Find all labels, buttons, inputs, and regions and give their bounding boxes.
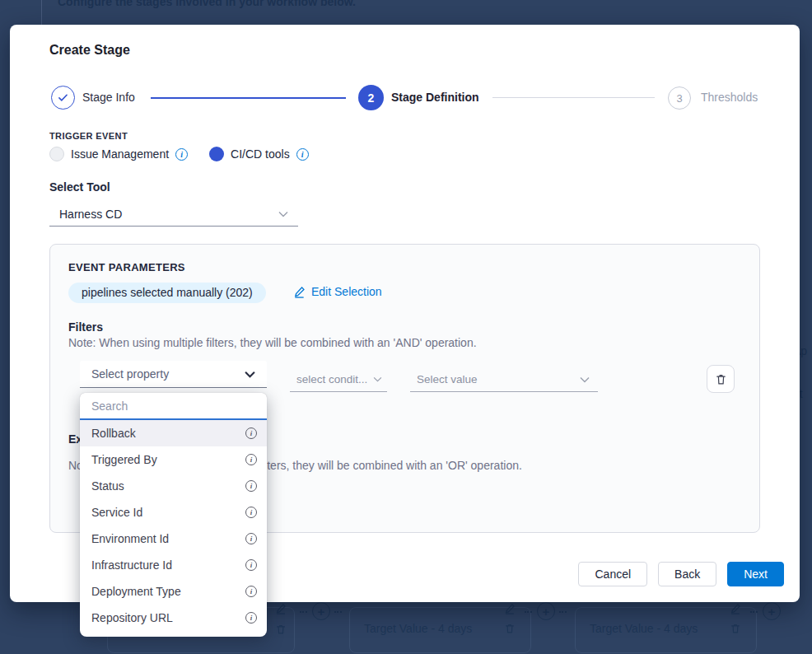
delete-icon (504, 623, 516, 638)
info-icon[interactable]: i (245, 586, 257, 597)
condition-select-placeholder: select condit... (290, 373, 373, 385)
edit-icon (275, 603, 287, 618)
wizard-stepper: Stage Info 2 Stage Definition 3 Threshol… (10, 85, 800, 111)
step-label-stage-definition: Stage Definition (391, 91, 479, 104)
info-icon[interactable]: i (296, 148, 309, 161)
event-parameters-heading: EVENT PARAMETERS (68, 261, 185, 273)
step-number-upcoming[interactable]: 3 (668, 86, 691, 110)
filters-heading: Filters (68, 320, 103, 334)
step-complete-icon[interactable] (51, 86, 75, 110)
info-icon[interactable]: i (175, 148, 188, 161)
dialog-title: Create Stage (49, 43, 130, 58)
dropdown-item-environment-id[interactable]: Environment Id i (80, 526, 267, 552)
chevron-down-icon (373, 376, 382, 382)
trash-icon (715, 373, 727, 385)
info-icon[interactable]: i (245, 427, 257, 439)
chevron-down-icon (278, 211, 288, 217)
chevron-down-icon (245, 371, 255, 378)
connector-dash (525, 611, 532, 613)
select-tool-label: Select Tool (49, 180, 110, 194)
trigger-event-label: TRIGGER EVENT (49, 131, 128, 141)
edit-selection-label: Edit Selection (311, 285, 382, 298)
delete-icon (730, 623, 741, 638)
value-select[interactable]: Select value (410, 367, 598, 392)
info-icon[interactable]: i (245, 480, 257, 492)
dropdown-item-repository-url[interactable]: Repository URL i (80, 605, 267, 631)
property-select[interactable]: Select property (80, 361, 267, 388)
property-select-placeholder: Select property (80, 367, 245, 381)
tool-select-value: Harness CD (49, 208, 278, 221)
radio-cicd-tools[interactable] (209, 147, 224, 161)
edit-selection-link[interactable]: Edit Selection (293, 285, 382, 298)
step-label-thresholds: Thresholds (701, 91, 758, 104)
trigger-event-radio-group: Issue Management i CI/CD tools i (49, 147, 309, 161)
info-icon[interactable]: i (245, 454, 257, 465)
connector-dash (559, 611, 567, 613)
search-input[interactable] (80, 393, 267, 420)
stepper-connector (492, 97, 655, 98)
dropdown-item-rollback[interactable]: Rollback i (80, 420, 267, 446)
edit-icon (504, 603, 516, 618)
edit-pencil-icon (293, 286, 306, 298)
next-button[interactable]: Next (727, 562, 784, 586)
info-icon[interactable]: i (245, 559, 257, 571)
stepper-connector (151, 97, 346, 99)
step-number-active[interactable]: 2 (358, 85, 384, 110)
stage-card-label: Target Value - 4 days (590, 622, 698, 635)
dialog-footer: Cancel Back Next (578, 562, 784, 586)
connector-dash (300, 611, 307, 613)
property-dropdown-menu: Rollback i Triggered By i Status i Servi… (80, 393, 267, 637)
app-screen: Configure the stages involved in your wo… (0, 0, 812, 654)
connector-dash (334, 611, 342, 613)
dropdown-item-deployment-type[interactable]: Deployment Type i (80, 578, 267, 605)
tool-select[interactable]: Harness CD (49, 202, 298, 227)
background-header-text: Configure the stages involved in your wo… (58, 0, 356, 8)
delete-filter-button[interactable] (707, 365, 735, 393)
condition-select[interactable]: select condit... (290, 367, 387, 392)
background-divider (41, 0, 42, 25)
cancel-button[interactable]: Cancel (578, 562, 647, 586)
delete-icon (275, 624, 287, 638)
connector-dash (750, 611, 758, 613)
add-stage-icon: + (537, 602, 555, 620)
chevron-down-icon (580, 376, 590, 383)
add-stage-icon: + (312, 602, 330, 620)
radio-label-issue-management[interactable]: Issue Management (71, 147, 169, 161)
dropdown-item-infrastructure-id[interactable]: Infrastructure Id i (80, 552, 267, 578)
dropdown-item-service-id[interactable]: Service Id i (80, 499, 267, 526)
filters-note: Note: When using multiple filters, they … (68, 336, 477, 349)
dropdown-item-status[interactable]: Status i (80, 473, 267, 499)
info-icon[interactable]: i (245, 507, 257, 518)
value-select-placeholder: Select value (410, 373, 580, 385)
add-stage-icon: + (763, 602, 781, 620)
radio-issue-management[interactable] (49, 147, 64, 161)
pipelines-selection-badge: pipelines selected manually (202) (68, 283, 266, 303)
radio-label-cicd-tools[interactable]: CI/CD tools (231, 147, 290, 161)
back-button[interactable]: Back (658, 562, 716, 586)
stage-card-label: Target Value - 4 days (364, 622, 472, 635)
step-label-stage-info[interactable]: Stage Info (82, 91, 135, 104)
dropdown-item-triggered-by[interactable]: Triggered By i (80, 446, 267, 473)
info-icon[interactable]: i (245, 533, 257, 544)
edit-icon (730, 603, 741, 618)
info-icon[interactable]: i (245, 612, 257, 624)
